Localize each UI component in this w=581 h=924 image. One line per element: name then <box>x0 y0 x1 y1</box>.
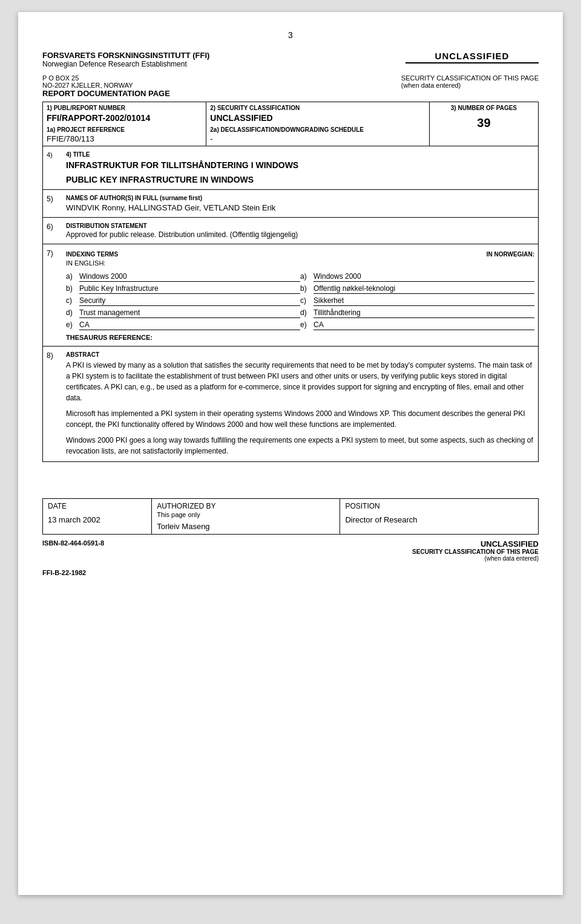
field7-label-en-sub: IN ENGLISH: <box>66 259 105 267</box>
footer-right-bottom: UNCLASSIFIED SECURITY CLASSIFICATION OF … <box>412 539 539 562</box>
address-block: P O BOX 25 NO-2027 KJELLER, NORWAY REPOR… <box>42 74 539 98</box>
field8-content: ABSTRACT A PKI is viewed by many as a so… <box>66 351 534 457</box>
indexing-letter: c) <box>300 296 313 305</box>
field2-cell: 2) SECURITY CLASSIFICATION UNCLASSIFIED … <box>206 102 430 146</box>
field7-content: INDEXING TERMS IN ENGLISH: IN NORWEGIAN:… <box>66 249 534 341</box>
field7-label-no: IN NORWEGIAN: <box>487 249 534 267</box>
field8-text: A PKI is viewed by many as a solution th… <box>66 360 534 457</box>
indexing-letter: a) <box>66 272 79 281</box>
address-line2: NO-2027 KJELLER, NORWAY <box>42 82 170 89</box>
indexing-letter: e) <box>66 320 79 329</box>
indexing-value: Trust management <box>79 308 300 318</box>
field6-value: Approved for public release. Distributio… <box>66 230 298 239</box>
header-right: UNCLASSIFIED <box>405 51 539 63</box>
field9-auth-label: AUTHORIZED BY <box>157 502 335 510</box>
indexing-item-no: e)CA <box>300 320 534 330</box>
field9-row: DATE 13 march 2002 AUTHORIZED BY This pa… <box>43 499 539 535</box>
field4-section: 4) 4) TITLE INFRASTRUKTUR FOR TILLITSHÅN… <box>42 146 539 190</box>
field5-value: WINDVIK Ronny, HALLINGSTAD Geir, VETLAND… <box>66 203 275 212</box>
field2-label: 2) SECURITY CLASSIFICATION <box>210 105 425 111</box>
field6-num: 6) <box>47 223 64 239</box>
footer-classification: UNCLASSIFIED <box>412 539 539 548</box>
field8-num: 8) <box>47 351 64 457</box>
indexing-letter: d) <box>66 308 79 317</box>
indexing-letter: a) <box>300 272 313 281</box>
field7-body: a)Windows 2000b)Public Key Infrastructur… <box>66 270 534 330</box>
indexing-item-en: d)Trust management <box>66 308 300 318</box>
field6-section: 6) DISTRIBUTION STATEMENT Approved for p… <box>42 218 539 244</box>
footer-when-entered: (when data entered) <box>412 555 539 562</box>
field7-section: 7) INDEXING TERMS IN ENGLISH: IN NORWEGI… <box>42 244 539 346</box>
field9-table: DATE 13 march 2002 AUTHORIZED BY This pa… <box>42 498 539 535</box>
field9-auth-value: Torleiv Maseng <box>157 522 335 531</box>
field1-label: 1) PUBL/REPORT NUMBER <box>47 105 202 111</box>
fields-table: 1) PUBL/REPORT NUMBER FFI/RAPPORT-2002/0… <box>42 102 539 146</box>
indexing-value: CA <box>313 320 534 330</box>
indexing-value: Windows 2000 <box>313 272 534 282</box>
header: FORSVARETS FORSKNINGSINSTITUTT (FFI) Nor… <box>42 51 539 68</box>
field9-pos-label: POSITION <box>345 502 533 510</box>
field9-auth-sub: This page only <box>157 511 335 518</box>
field7-label-en: INDEXING TERMS <box>66 251 118 258</box>
page-number: 3 <box>42 30 539 40</box>
footer-bottom: ISBN-82-464-0591-8 UNCLASSIFIED SECURITY… <box>42 539 539 562</box>
indexing-item-no: c)Sikkerhet <box>300 296 534 306</box>
field9-pos-cell: POSITION Director of Research <box>340 499 539 535</box>
field6-content: DISTRIBUTION STATEMENT Approved for publ… <box>66 223 298 239</box>
indexing-left: a)Windows 2000b)Public Key Infrastructur… <box>66 270 300 330</box>
indexing-item-no: d)Tillithåndtering <box>300 308 534 318</box>
field2a-value: - <box>210 134 425 143</box>
report-doc-title: REPORT DOCUMENTATION PAGE <box>42 89 170 98</box>
field3-label: 3) NUMBER OF PAGES <box>433 105 534 111</box>
field4-num: 4) <box>47 151 64 184</box>
indexing-value: Windows 2000 <box>79 272 300 282</box>
field9-date-cell: DATE 13 march 2002 <box>43 499 152 535</box>
field9-pos-value: Director of Research <box>345 515 533 524</box>
field6-row: 6) DISTRIBUTION STATEMENT Approved for p… <box>47 223 534 239</box>
field5-row: 5) NAMES OF AUTHOR(S) IN FULL (surname f… <box>47 195 534 212</box>
classification-underline <box>405 62 539 63</box>
indexing-value: Security <box>79 296 300 306</box>
indexing-item-en: e)CA <box>66 320 300 330</box>
indexing-item-en: b)Public Key Infrastructure <box>66 284 300 294</box>
org-sub: Norwegian Defence Research Establishment <box>42 60 209 68</box>
indexing-item-en: c)Security <box>66 296 300 306</box>
field8-section: 8) ABSTRACT A PKI is viewed by many as a… <box>42 346 539 462</box>
indexing-right: a)Windows 2000b)Offentlig nøkkel-teknolo… <box>300 270 534 330</box>
field1-cell: 1) PUBL/REPORT NUMBER FFI/RAPPORT-2002/0… <box>43 102 206 146</box>
field1-value: FFI/RAPPORT-2002/01014 <box>47 113 202 123</box>
security-class-label: SECURITY CLASSIFICATION OF THIS PAGE <box>401 74 539 82</box>
field1a-value: FFIE/780/113 <box>47 134 202 143</box>
footer-isbn: ISBN-82-464-0591-8 <box>42 539 104 562</box>
spacer <box>42 462 539 498</box>
field4-title-sub: PUBLIC KEY INFRASTRUCTURE IN WINDOWS <box>66 175 534 184</box>
field5-section: 5) NAMES OF AUTHOR(S) IN FULL (surname f… <box>42 190 539 218</box>
field6-label: DISTRIBUTION STATEMENT <box>66 223 298 229</box>
field4-content: 4) TITLE INFRASTRUKTUR FOR TILLITSHÅNDTE… <box>66 151 534 184</box>
indexing-value: Offentlig nøkkel-teknologi <box>313 284 534 294</box>
field4-title-main: INFRASTRUKTUR FOR TILLITSHÅNDTERING I WI… <box>66 160 534 170</box>
indexing-letter: d) <box>300 308 313 317</box>
classification-header: UNCLASSIFIED <box>405 51 539 61</box>
field5-content: NAMES OF AUTHOR(S) IN FULL (surname firs… <box>66 195 275 212</box>
field9-date-value: 13 march 2002 <box>48 515 146 524</box>
field7-header: INDEXING TERMS IN ENGLISH: IN NORWEGIAN: <box>66 249 534 267</box>
indexing-item-no: a)Windows 2000 <box>300 272 534 282</box>
field8-row: 8) ABSTRACT A PKI is viewed by many as a… <box>47 351 534 457</box>
field4-label: 4) TITLE <box>66 151 534 158</box>
abstract-paragraph: Microsoft has implemented a PKI system i… <box>66 408 534 430</box>
footer-security-label: SECURITY CLASSIFICATION OF THIS PAGE <box>412 548 539 555</box>
indexing-letter: b) <box>66 284 79 293</box>
abstract-paragraph: Windows 2000 PKI goes a long way towards… <box>66 435 534 457</box>
ffi-ref: FFI-B-22-1982 <box>42 569 539 576</box>
indexing-value: Sikkerhet <box>313 296 534 306</box>
field4-row: 4) 4) TITLE INFRASTRUKTUR FOR TILLITSHÅN… <box>47 151 534 184</box>
document-page: 3 FORSVARETS FORSKNINGSINSTITUTT (FFI) N… <box>18 12 563 895</box>
field5-label: NAMES OF AUTHOR(S) IN FULL (surname firs… <box>66 195 275 201</box>
field3-value: 39 <box>433 116 534 130</box>
field2-value: UNCLASSIFIED <box>210 113 425 123</box>
field5-num: 5) <box>47 195 64 212</box>
field8-label: ABSTRACT <box>66 351 534 358</box>
address-right: SECURITY CLASSIFICATION OF THIS PAGE (wh… <box>401 74 539 98</box>
field1a-label: 1a) PROJECT REFERENCE <box>47 126 202 133</box>
